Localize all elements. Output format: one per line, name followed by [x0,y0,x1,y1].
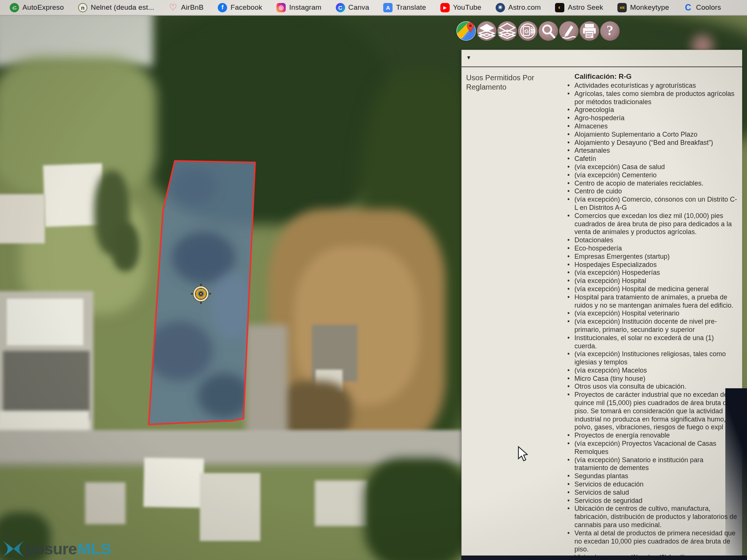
bookmark-favicon-icon: ☀ [496,3,505,12]
layers-alt-icon[interactable] [498,21,517,41]
layers-icon[interactable] [477,21,496,41]
bookmark-label: AutoExpreso [22,3,64,12]
bookmark-item[interactable]: f Facebook [218,3,262,12]
bookmark-label: Translate [396,3,426,12]
bookmark-item[interactable]: n Nelnet (deuda est... [78,3,154,12]
bookmark-favicon-icon: C [336,3,345,12]
bookmark-favicon-icon: C [684,3,693,12]
bookmark-item[interactable]: C Canva [336,3,369,12]
permitted-use-item: (vía excepción) Hospital de medicina gen… [574,285,738,293]
map-building [143,458,204,508]
bookmark-favicon-icon: n [78,3,87,12]
permitted-use-item: Alojamiento Suplementario a Corto Plazo [574,131,738,139]
map-terrain-trees [364,458,471,560]
permitted-use-item: (vía excepción) Instituciones religiosas… [574,350,738,367]
geolocate-g-icon[interactable]: G [518,21,537,41]
permitted-use-item: Ubicación de centros de cultivo, manufac… [574,505,738,529]
permitted-use-item: Venta al detal de productos de primera n… [574,529,738,554]
permitted-use-item: (vía excepción) Hospital veterinario [574,309,738,318]
permitted-use-item: Comercios que excedan los diez mil (10,0… [574,212,738,236]
permitted-use-item: Alojamiento y Desayuno (“Bed and Breakfa… [574,139,738,147]
bookmark-favicon-icon: ♡ [168,3,178,12]
permitted-use-item: Servicios de salud [574,489,738,497]
permitted-use-item: (vía excepción) Sanatorio e institución … [574,456,738,473]
permitted-use-item: Almacenes [574,122,738,131]
bookmark-item[interactable]: ◎ Instagram [276,3,321,12]
bookmark-favicon-icon: f [218,3,227,12]
panel-header: ▼ [462,50,742,67]
search-icon[interactable] [539,21,558,41]
bookmark-favicon-icon: ◐ [555,3,564,12]
map-building [85,482,125,524]
bookmark-label: Astro.com [508,3,541,12]
map-building-complex [3,351,90,420]
map-building [315,480,368,526]
google-maps-icon[interactable] [456,21,476,41]
permitted-use-item: (vía excepción) Macelos [574,367,738,375]
permitted-use-item: Proyectos de carácter industrial que no … [574,391,738,432]
permitted-use-item: Agrícolas, tales como siembra de product… [574,90,738,106]
bookmark-label: Instagram [289,3,321,12]
map-terrain-palms [111,223,139,271]
bookmark-item[interactable]: C Coolors [684,3,721,12]
screen: posure MLS ⊂ AutoExpreso n Nelnet (deuda… [0,0,747,560]
map-terrain-path [246,325,288,439]
permitted-use-item: (vía excepción) Hospederías [574,269,738,277]
svg-text:?: ? [607,23,614,38]
bookmark-item[interactable]: ◐ Astro Seek [555,3,603,12]
permitted-use-item: (vía excepción) Proyectos Vacacional de … [574,440,738,456]
permitted-use-item: Servicios de seguridad [574,497,738,505]
bookmark-item[interactable]: ♡ AirBnB [168,3,204,12]
bookmark-item[interactable]: A Translate [383,3,426,12]
bookmark-favicon-icon: ▶ [440,3,450,12]
panel-content[interactable]: Calificación: R-G Actividades ecoturísti… [574,72,738,556]
svg-text:G: G [524,28,529,34]
bookmark-label: Canva [348,3,369,12]
bookmark-favicon-icon: mt [617,3,627,12]
bookmark-favicon-icon: A [383,3,393,12]
permitted-uses-panel: ▼ Usos Permitidos Por Reglamento Calific… [461,50,742,556]
bookmark-label: Monkeytype [630,3,669,12]
bookmark-label: Coolors [696,3,721,12]
map-building-complex [7,299,83,345]
bookmark-label: Astro Seek [568,3,603,12]
permitted-use-item: (vía excepción) Comercio, cónsonos con u… [574,196,738,212]
watermark-mls: MLS [77,540,111,558]
mls-watermark: posure MLS [1,539,111,559]
bookmark-item[interactable]: mt Monkeytype [617,3,669,12]
permitted-use-item: Hospital para tratamiento de animales, a… [574,293,738,310]
permitted-use-item: Centro de acopio de materiales reciclabl… [574,180,738,188]
permitted-use-item: Segundas plantas [574,472,738,480]
collapse-arrow-icon[interactable]: ▼ [466,55,471,60]
bookmark-favicon-icon: ◎ [276,3,286,12]
permitted-use-item: Artesanales [574,147,738,155]
permitted-use-item: Centro de cuido [574,187,738,196]
permitted-use-item: (vía excepción) Cementerio [574,171,738,180]
bookmark-label: Facebook [230,3,262,12]
permitted-use-item: Empresas Emergentes (startup) [574,253,738,261]
bookmark-item[interactable]: ☀ Astro.com [496,3,541,12]
watermark-word: posure [25,540,77,558]
bookmark-item[interactable]: ⊂ AutoExpreso [10,3,64,12]
permitted-use-item: Actividades ecoturísticas y agroturístic… [574,82,738,90]
signature-draw-icon[interactable] [559,21,579,41]
permitted-use-item: Servicios de educación [574,480,738,489]
bookmark-label: AirBnB [181,3,204,12]
permitted-use-item: (vía excepción) Casa de salud [574,163,738,171]
map-building [0,194,45,243]
bookmark-item[interactable]: ▶ YouTube [440,3,481,12]
help-icon[interactable]: ? [600,21,620,41]
permitted-use-item: (vía excepción) Institución docente de n… [574,318,738,334]
map-terrain-trees [138,16,392,225]
permitted-use-item: Institucionales, el solar no excederá de… [574,334,738,351]
print-icon[interactable] [580,21,599,41]
permitted-use-item: (vía excepción) Hospital [574,277,738,285]
permitted-use-item: Dotacionales [574,236,738,245]
bookmark-favicon-icon: ⊂ [9,2,20,13]
permitted-use-item: Otros usos vía consulta de ubicación. [574,383,738,391]
permitted-use-item: Proyectos de energía renovable [574,432,738,440]
map-toolbar: G [456,21,620,41]
panel-section-title: Usos Permitidos Por Reglamento [466,73,560,92]
xposure-logo-icon [1,539,25,559]
screen-edge [725,388,747,560]
